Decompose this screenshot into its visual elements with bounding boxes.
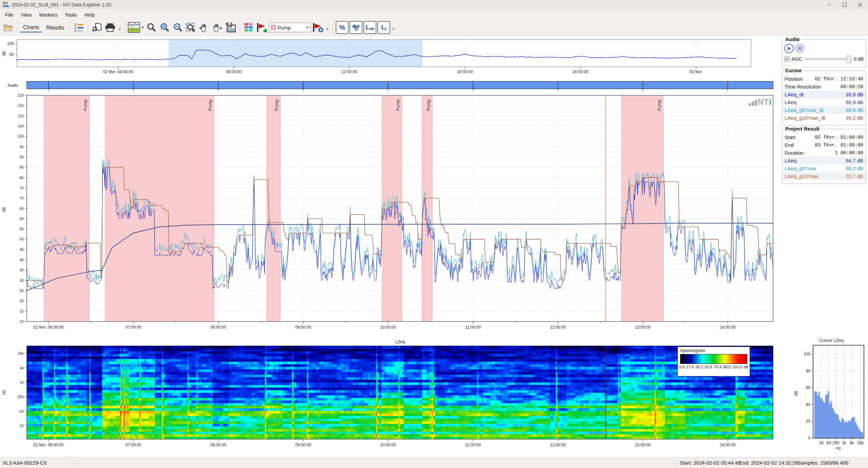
svg-text:Hz: Hz <box>836 446 841 451</box>
nti-logo-text: NTi <box>758 98 772 106</box>
svg-text:02 févr. 04:00:00: 02 févr. 04:00:00 <box>103 70 134 74</box>
svg-text:65: 65 <box>20 207 24 211</box>
svg-text:0: 0 <box>808 436 810 441</box>
lzeq-bar <box>844 423 845 438</box>
lzeq-bar <box>835 414 836 438</box>
svg-text:12:00:00: 12:00:00 <box>341 70 357 74</box>
lzeq-bar <box>850 421 851 438</box>
lzeq-bar <box>854 417 855 438</box>
svg-text:10:00:00: 10:00:00 <box>380 443 396 447</box>
svg-text:16: 16 <box>20 424 24 428</box>
svg-text:80: 80 <box>20 176 24 180</box>
svg-text:45: 45 <box>20 248 24 252</box>
svg-text:Audio: Audio <box>7 83 18 88</box>
svg-text:40: 40 <box>806 402 811 407</box>
svg-text:16k: 16k <box>18 351 24 355</box>
svg-text:70: 70 <box>20 196 24 200</box>
lzeq-bar <box>816 392 817 438</box>
svg-text:20: 20 <box>806 419 811 424</box>
lzeq-bar <box>861 432 862 438</box>
svg-text:50: 50 <box>20 237 24 241</box>
svg-text:16: 16 <box>819 441 824 445</box>
lzeq-bar <box>817 395 818 438</box>
lzeq-bar <box>855 423 856 438</box>
svg-text:63: 63 <box>827 441 831 445</box>
lzeq-bar <box>859 430 860 438</box>
spectrogram-legend-title: Spectrogram <box>680 348 750 353</box>
lzeq-bar <box>837 415 839 438</box>
svg-text:110: 110 <box>18 114 24 118</box>
cursor-lzeq-chart[interactable]: Cursor LZeq02040608010016632501k4k16kHzd… <box>794 338 864 451</box>
svg-text:20:00:00: 20:00:00 <box>573 70 589 74</box>
svg-text:1k: 1k <box>842 441 847 445</box>
svg-text:08:00:00: 08:00:00 <box>211 325 226 330</box>
svg-text:11:00:00: 11:00:00 <box>465 443 481 447</box>
svg-text:30: 30 <box>20 278 24 282</box>
lzeq-bar <box>846 421 847 438</box>
svg-text:60: 60 <box>806 385 811 390</box>
svg-text:4k: 4k <box>850 441 854 445</box>
svg-text:02 févr. 06:00:00: 02 févr. 06:00:00 <box>33 325 64 330</box>
svg-text:14:00:00: 14:00:00 <box>720 325 736 330</box>
svg-text:63: 63 <box>20 409 24 413</box>
svg-text:115: 115 <box>18 103 24 108</box>
spectrogram-legend: Spectrogram 0,017,635,252,870,488,0110,0… <box>677 347 750 376</box>
lzeq-bar <box>832 408 833 438</box>
lzeq-bar <box>843 420 844 438</box>
svg-text:07:00:00: 07:00:00 <box>125 443 141 447</box>
svg-text:50: 50 <box>9 52 14 57</box>
svg-text:16:00:00: 16:00:00 <box>457 70 473 74</box>
svg-text:95: 95 <box>20 145 24 149</box>
svg-text:40: 40 <box>20 258 24 262</box>
lzeq-bar <box>831 401 832 438</box>
app-window: NTi 2024-02-02_SLM_001 - NTi Data Explor… <box>0 0 868 468</box>
svg-text:120: 120 <box>18 93 24 97</box>
svg-text:13:00:00: 13:00:00 <box>635 443 651 447</box>
spectrogram-colorbar <box>680 354 747 364</box>
charts-layer[interactable]: 10050dB02 févr. 04:00:0008:00:0012:00:00… <box>0 0 868 468</box>
svg-text:80: 80 <box>806 369 811 373</box>
marker-band-label: Pump <box>274 99 279 111</box>
lzeq-bar <box>829 404 830 438</box>
svg-text:10:00:00: 10:00:00 <box>380 325 396 330</box>
spectrogram-chart[interactable]: LZeq16k4k1k2506316Hz02 févr. 06:00:0007:… <box>2 339 773 447</box>
svg-text:12:00:00: 12:00:00 <box>550 443 566 447</box>
lzeq-bar <box>862 433 863 438</box>
svg-text:11:00:00: 11:00:00 <box>465 325 481 330</box>
lzeq-bar <box>856 425 857 438</box>
svg-text:15: 15 <box>20 309 24 313</box>
main-chart[interactable]: PumpPumpPumpPumpPumpPump1015202530354045… <box>2 93 773 330</box>
marker-band-label: Pump <box>208 99 213 111</box>
svg-text:250: 250 <box>832 441 839 445</box>
audio-track[interactable]: Audio <box>7 81 773 91</box>
svg-text:20: 20 <box>20 299 24 303</box>
svg-text:60: 60 <box>20 217 24 221</box>
lzeq-bar <box>833 411 834 438</box>
overview-chart[interactable]: 10050dB02 févr. 04:00:0008:00:0012:00:00… <box>2 40 751 74</box>
svg-text:105: 105 <box>18 124 24 128</box>
svg-text:90: 90 <box>20 155 24 159</box>
svg-text:25: 25 <box>20 289 24 293</box>
lzeq-bar <box>851 418 852 438</box>
svg-text:07:00:00: 07:00:00 <box>125 325 141 330</box>
marker-band-label: Pump <box>657 99 662 111</box>
lzeq-bar <box>840 422 841 438</box>
svg-text:1k: 1k <box>20 380 24 384</box>
lzeq-bar <box>858 428 859 438</box>
svg-text:13:00:00: 13:00:00 <box>635 325 651 330</box>
lzeq-bar <box>827 394 828 438</box>
svg-text:dB: dB <box>2 51 6 56</box>
svg-text:100: 100 <box>804 352 810 356</box>
lzeq-bar <box>818 392 820 438</box>
lzeq-bar <box>823 401 824 438</box>
lzeq-bar <box>848 421 849 438</box>
lzeq-bar <box>824 403 825 438</box>
svg-text:55: 55 <box>20 227 24 231</box>
svg-text:Cursor LZeq: Cursor LZeq <box>819 338 844 343</box>
marker-band-label: Pump <box>395 99 400 111</box>
svg-text:09:00:00: 09:00:00 <box>295 443 311 447</box>
svg-text:dB: dB <box>794 391 798 396</box>
lzeq-bar <box>820 398 821 438</box>
svg-text:4k: 4k <box>20 366 24 370</box>
svg-text:100: 100 <box>7 41 14 46</box>
